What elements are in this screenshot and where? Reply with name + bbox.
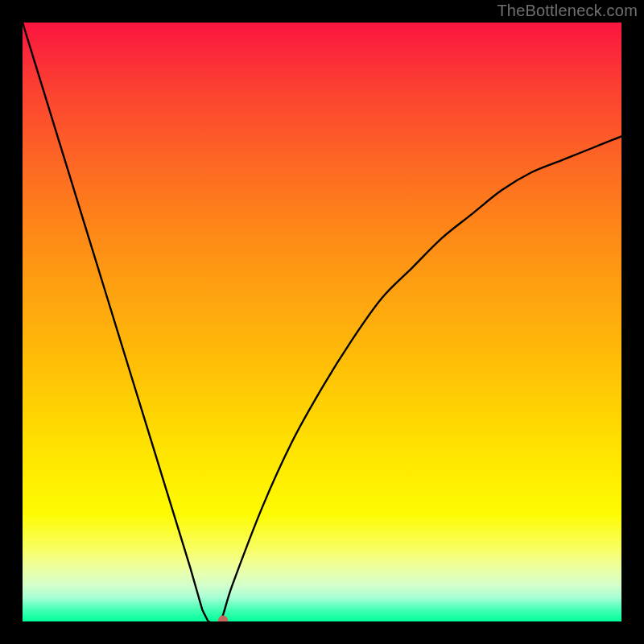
plot-area [23,23,621,621]
curve-path [23,23,621,621]
watermark-text: TheBottleneck.com [497,2,638,20]
bottleneck-curve [23,23,621,621]
chart-frame: TheBottleneck.com [0,0,644,644]
